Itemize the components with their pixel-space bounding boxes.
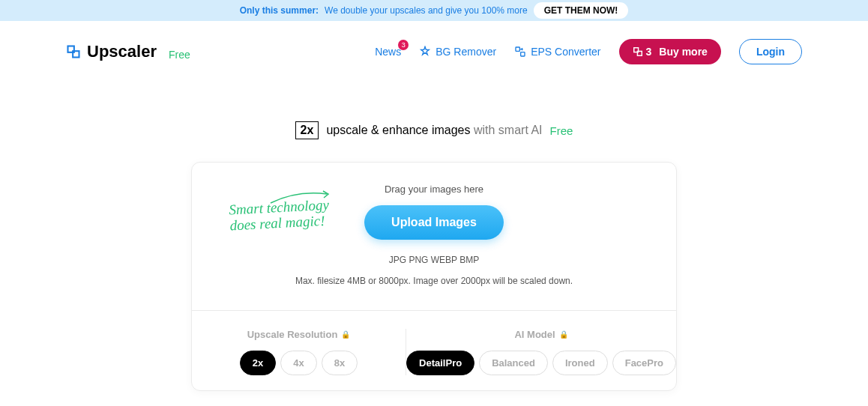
svg-rect-2	[516, 47, 519, 51]
model-option-detailpro[interactable]: DetailPro	[406, 351, 474, 375]
options-section: Upscale Resolution 🔒 2x 4x 8x AI Model 🔒…	[192, 311, 676, 390]
buy-more-label: Buy more	[659, 46, 708, 58]
eps-converter-icon	[514, 46, 526, 58]
nav-news-label: News	[375, 46, 401, 58]
promo-banner: Only this summer: We double your upscale…	[0, 0, 868, 21]
logo-section[interactable]: Upscaler Free	[66, 42, 190, 61]
headline-combined: upscale & enhance images with smart AI	[326, 124, 542, 137]
upload-drop-zone[interactable]: Smart technology does real magic! Drag y…	[192, 163, 676, 310]
credits-icon	[633, 46, 643, 57]
nav-news-link[interactable]: News 3	[375, 46, 401, 58]
main-content: 2x upscale & enhance images with smart A…	[0, 82, 868, 391]
resolution-group: Upscale Resolution 🔒 2x 4x 8x	[192, 329, 406, 375]
upscaler-logo-icon	[66, 44, 81, 59]
buy-more-button[interactable]: 3 Buy more	[619, 39, 721, 64]
model-label: AI Model 🔒	[514, 329, 567, 340]
model-pill-group: DetailPro Balanced Ironed FacePro	[406, 351, 676, 375]
model-option-balanced[interactable]: Balanced	[479, 351, 548, 375]
supported-formats-text: JPG PNG WEBP BMP	[222, 255, 646, 265]
resolution-pill-group: 2x 4x 8x	[240, 351, 358, 375]
credits-count: 3	[646, 46, 652, 58]
promo-strong-text: Only this summer:	[240, 5, 319, 16]
resolution-label-text: Upscale Resolution	[247, 329, 338, 340]
drag-hint-text: Drag your images here	[222, 184, 646, 195]
upload-card: Smart technology does real magic! Drag y…	[191, 162, 677, 391]
login-button[interactable]: Login	[739, 39, 802, 64]
credits-display: 3	[633, 46, 652, 58]
resolution-option-4x[interactable]: 4x	[280, 351, 316, 375]
upload-images-button[interactable]: Upload Images	[364, 205, 504, 240]
news-badge-count: 3	[398, 40, 409, 50]
free-badge: Free	[169, 49, 190, 61]
resolution-option-2x[interactable]: 2x	[240, 351, 276, 375]
logo-text: Upscaler	[87, 42, 157, 61]
lock-icon: 🔒	[559, 330, 568, 339]
model-option-ironed[interactable]: Ironed	[552, 351, 608, 375]
header: Upscaler Free News 3 BG Remover E	[0, 21, 868, 82]
svg-rect-3	[521, 52, 525, 56]
headline-free-text: Free	[550, 124, 573, 137]
nav-bg-remover-link[interactable]: BG Remover	[419, 46, 496, 58]
headline-main-text: upscale & enhance images	[326, 124, 470, 136]
nav-eps-converter-link[interactable]: EPS Converter	[514, 46, 600, 58]
bg-remover-icon	[419, 46, 431, 58]
nav-eps-converter-label: EPS Converter	[531, 46, 600, 58]
model-label-text: AI Model	[514, 329, 555, 340]
headline-multiplier-box: 2x	[295, 121, 319, 139]
headline: 2x upscale & enhance images with smart A…	[295, 121, 573, 139]
handwritten-note: Smart technology does real magic!	[229, 198, 331, 234]
promo-text: We double your upscales and give you 100…	[325, 5, 528, 16]
model-group: AI Model 🔒 DetailPro Balanced Ironed Fac…	[406, 329, 676, 375]
headline-sub-text: with smart AI	[474, 124, 543, 136]
resolution-label: Upscale Resolution 🔒	[247, 329, 351, 340]
resolution-option-8x[interactable]: 8x	[322, 351, 358, 375]
promo-cta-button[interactable]: GET THEM NOW!	[534, 2, 629, 19]
nav: News 3 BG Remover EPS Converter	[375, 39, 802, 64]
handwritten-line2: does real magic!	[229, 213, 330, 234]
model-option-facepro[interactable]: FacePro	[612, 351, 676, 375]
file-limit-text: Max. filesize 4MB or 8000px. Image over …	[222, 276, 646, 286]
nav-bg-remover-label: BG Remover	[435, 46, 496, 58]
lock-icon: 🔒	[341, 330, 350, 339]
